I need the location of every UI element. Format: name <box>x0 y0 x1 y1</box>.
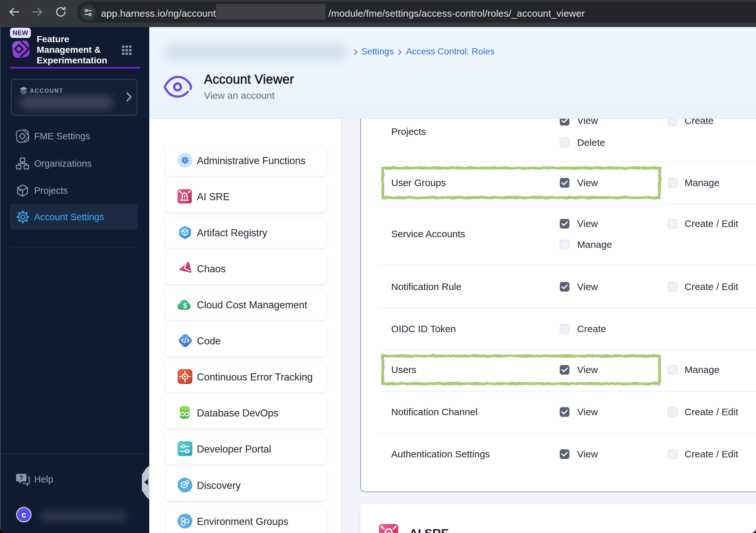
svg-text:?: ? <box>19 474 23 481</box>
svg-text:$: $ <box>183 301 187 310</box>
